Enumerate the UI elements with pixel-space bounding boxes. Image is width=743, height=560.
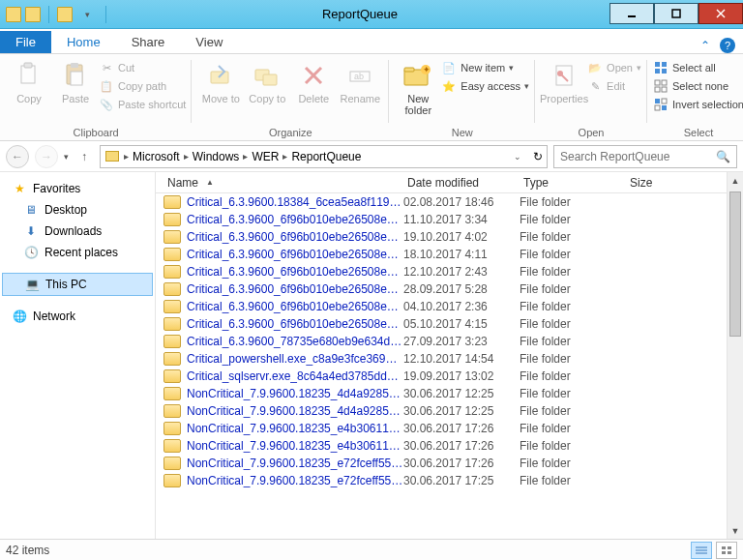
file-row[interactable]: Critical_6.3.9600_6f96b010ebe26508e78bd.… bbox=[156, 315, 727, 333]
file-row[interactable]: Critical_6.3.9600_6f96b010ebe26508e78bd.… bbox=[156, 280, 727, 298]
icons-view-button[interactable] bbox=[716, 542, 737, 559]
file-pane: Name▲ Date modified Type Size Critical_6… bbox=[156, 172, 727, 539]
file-row[interactable]: Critical_6.3.9600_78735e680eb9e634d1221.… bbox=[156, 333, 727, 350]
file-row[interactable]: NonCritical_7.9.9600.18235_e72fceff55eae… bbox=[156, 455, 727, 472]
help-icon[interactable]: ? bbox=[720, 38, 735, 53]
file-row[interactable]: NonCritical_7.9.9600.18235_4d4a9285a2d..… bbox=[156, 385, 727, 402]
easy-access-button[interactable]: ⭐Easy access▾ bbox=[441, 78, 529, 94]
file-row[interactable]: Critical_6.3.9600_6f96b010ebe26508e78bd.… bbox=[156, 228, 727, 246]
search-box[interactable]: 🔍 bbox=[553, 145, 737, 168]
file-tab[interactable]: File bbox=[0, 31, 51, 53]
cut-button[interactable]: ✂Cut bbox=[99, 60, 186, 75]
nav-favorites[interactable]: ★Favorites bbox=[0, 178, 155, 199]
file-date: 30.06.2017 17:25 bbox=[403, 474, 520, 487]
crumb-reportqueue[interactable]: ReportQueue bbox=[291, 150, 361, 163]
crumb-microsoft[interactable]: Microsoft bbox=[133, 150, 180, 163]
svg-rect-22 bbox=[655, 62, 660, 67]
file-row[interactable]: Critical_powershell.exe_c8a9e3fce3693e5.… bbox=[156, 350, 727, 368]
edit-button[interactable]: ✎Edit bbox=[587, 78, 641, 94]
file-row[interactable]: Critical_6.3.9600_6f96b010ebe26508e78bd.… bbox=[156, 246, 727, 263]
nav-recent[interactable]: 🕓Recent places bbox=[0, 242, 155, 263]
address-dropdown[interactable]: ⌄ bbox=[514, 152, 521, 162]
copy-to-button[interactable]: Copy to bbox=[244, 58, 290, 104]
svg-rect-31 bbox=[662, 99, 667, 103]
back-button[interactable]: ← bbox=[6, 145, 29, 168]
open-button[interactable]: 📂Open▾ bbox=[587, 60, 641, 75]
column-headers[interactable]: Name▲ Date modified Type Size bbox=[156, 172, 727, 193]
address-bar[interactable]: ▸ Microsoft▸ Windows▸ WER▸ ReportQueue ⌄… bbox=[100, 145, 548, 168]
folder-icon bbox=[163, 404, 181, 418]
up-button[interactable]: ↑ bbox=[74, 147, 94, 166]
svg-text:✦: ✦ bbox=[423, 65, 431, 74]
file-date: 30.06.2017 17:26 bbox=[403, 439, 520, 453]
new-folder-button[interactable]: ✦New folder bbox=[395, 58, 441, 116]
col-size[interactable]: Size bbox=[626, 176, 727, 190]
qat-folder-icon[interactable] bbox=[25, 7, 41, 22]
window-title: ReportQueue bbox=[110, 7, 609, 21]
maximize-button[interactable] bbox=[654, 3, 698, 24]
paste-shortcut-button[interactable]: 📎Paste shortcut bbox=[99, 97, 186, 112]
svg-text:ab: ab bbox=[354, 72, 364, 81]
ribbon-collapse-icon[interactable]: ⌃ bbox=[700, 39, 710, 52]
col-date[interactable]: Date modified bbox=[403, 176, 520, 190]
home-tab[interactable]: Home bbox=[51, 31, 116, 53]
view-tab[interactable]: View bbox=[180, 31, 238, 53]
qat-dropdown[interactable]: ▾ bbox=[76, 5, 98, 24]
scroll-down-button[interactable]: ▼ bbox=[728, 522, 743, 539]
file-row[interactable]: NonCritical_7.9.9600.18235_4d4a9285a2d..… bbox=[156, 402, 727, 420]
move-to-button[interactable]: Move to bbox=[197, 58, 244, 104]
search-icon[interactable]: 🔍 bbox=[716, 150, 730, 163]
qat-folder2-icon[interactable] bbox=[57, 7, 73, 22]
refresh-icon[interactable]: ↻ bbox=[533, 150, 543, 163]
details-view-button[interactable] bbox=[691, 542, 712, 559]
invert-selection-button[interactable]: Invert selection bbox=[653, 97, 743, 112]
folder-icon bbox=[163, 230, 181, 244]
scroll-up-button[interactable]: ▲ bbox=[728, 172, 743, 189]
share-tab[interactable]: Share bbox=[116, 31, 181, 53]
copy-button[interactable]: Copy bbox=[6, 58, 52, 104]
file-row[interactable]: NonCritical_7.9.9600.18235_e4b3061182fe.… bbox=[156, 437, 727, 455]
file-row[interactable]: Critical_sqlservr.exe_8c64a4ed3785dd2e8.… bbox=[156, 368, 727, 385]
file-row[interactable]: NonCritical_7.9.9600.18235_e4b3061182fe.… bbox=[156, 420, 727, 437]
search-input[interactable] bbox=[560, 150, 716, 163]
svg-rect-26 bbox=[655, 80, 660, 85]
properties-button[interactable]: Properties bbox=[541, 58, 587, 104]
close-button[interactable] bbox=[698, 3, 743, 24]
folder-icon bbox=[163, 248, 181, 261]
svg-rect-39 bbox=[722, 551, 726, 554]
crumb-wer[interactable]: WER bbox=[252, 150, 279, 163]
minimize-button[interactable] bbox=[609, 3, 654, 24]
new-item-button[interactable]: 📄New item▾ bbox=[441, 60, 529, 75]
select-all-button[interactable]: Select all bbox=[653, 60, 743, 75]
rename-button[interactable]: abRename bbox=[337, 58, 383, 104]
file-row[interactable]: Critical_6.3.9600_6f96b010ebe26508e78bd.… bbox=[156, 263, 727, 280]
file-row[interactable]: Critical_6.3.9600.18384_6cea5ea8f1199a2a… bbox=[156, 193, 727, 211]
select-none-button[interactable]: Select none bbox=[653, 78, 743, 94]
file-type: File folder bbox=[520, 248, 626, 261]
paste-button[interactable]: Paste bbox=[52, 58, 99, 104]
svg-rect-23 bbox=[662, 62, 667, 67]
file-date: 27.09.2017 3:23 bbox=[403, 335, 520, 348]
copy-path-button[interactable]: 📋Copy path bbox=[99, 78, 186, 94]
ribbon-group-clipboard: Copy Paste ✂Cut 📋Copy path 📎Paste shortc… bbox=[0, 54, 192, 140]
crumb-windows[interactable]: Windows bbox=[193, 150, 240, 163]
file-row[interactable]: Critical_6.3.9600_6f96b010ebe26508e78bd.… bbox=[156, 298, 727, 315]
col-name[interactable]: Name▲ bbox=[163, 176, 403, 190]
folder-icon bbox=[163, 265, 181, 279]
easy-access-icon: ⭐ bbox=[441, 78, 457, 94]
nav-thispc[interactable]: 💻This PC bbox=[2, 273, 153, 296]
nav-downloads[interactable]: ⬇Downloads bbox=[0, 221, 155, 242]
file-date: 28.09.2017 5:28 bbox=[403, 282, 520, 296]
nav-network[interactable]: 🌐Network bbox=[0, 306, 155, 327]
file-row[interactable]: Critical_6.3.9600_6f96b010ebe26508e78bd.… bbox=[156, 211, 727, 228]
scrollbar[interactable]: ▲ ▼ bbox=[727, 172, 743, 539]
scroll-thumb[interactable] bbox=[729, 192, 741, 337]
nav-desktop[interactable]: 🖥Desktop bbox=[0, 199, 155, 221]
delete-button[interactable]: Delete bbox=[290, 58, 337, 104]
file-row[interactable]: NonCritical_7.9.9600.18235_e72fceff55eae… bbox=[156, 472, 727, 489]
col-type[interactable]: Type bbox=[520, 176, 626, 190]
forward-button[interactable]: → bbox=[35, 145, 58, 168]
history-dropdown[interactable]: ▾ bbox=[64, 152, 69, 162]
file-name: NonCritical_7.9.9600.18235_e4b3061182fe.… bbox=[187, 422, 403, 435]
folder-icon bbox=[163, 317, 181, 331]
